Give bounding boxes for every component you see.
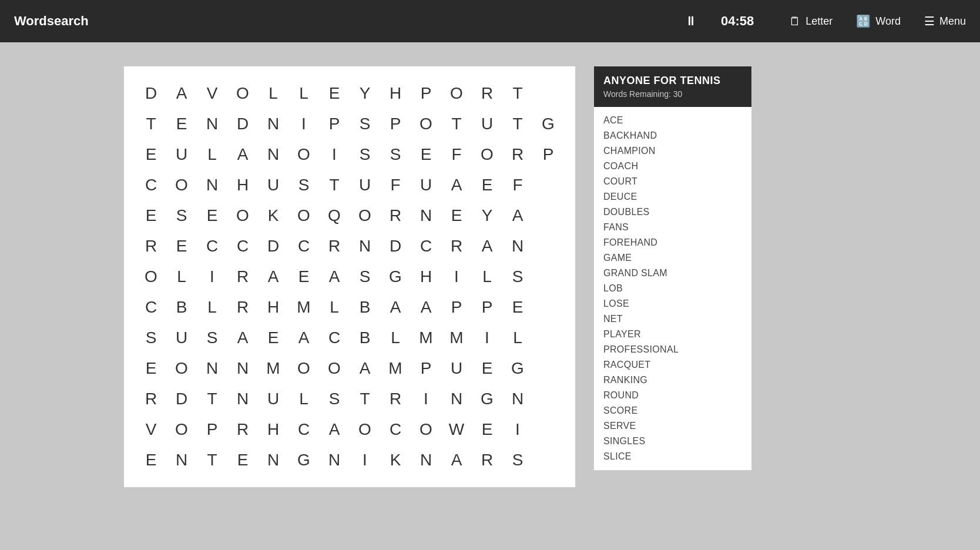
grid-cell[interactable]: O [288, 353, 319, 384]
menu-button[interactable]: ☰ Menu [924, 14, 966, 28]
grid-cell[interactable]: M [258, 353, 288, 384]
grid-cell[interactable]: R [136, 231, 166, 261]
grid-cell[interactable]: L [288, 384, 319, 414]
grid-cell[interactable]: E [411, 139, 441, 170]
grid-cell[interactable]: K [258, 200, 288, 231]
grid-cell[interactable]: G [472, 384, 502, 414]
grid-cell[interactable]: O [166, 414, 197, 445]
grid-cell[interactable]: E [136, 445, 166, 475]
grid-cell[interactable]: G [502, 353, 533, 384]
grid-cell[interactable]: D [166, 384, 197, 414]
grid-cell[interactable] [533, 170, 563, 200]
grid-cell[interactable]: N [258, 139, 288, 170]
grid-cell[interactable]: D [380, 231, 411, 261]
grid-cell[interactable]: B [350, 323, 380, 353]
grid-cell[interactable]: R [472, 445, 502, 475]
grid-cell[interactable]: T [136, 109, 166, 139]
grid-cell[interactable]: N [227, 353, 258, 384]
grid-cell[interactable]: S [197, 323, 227, 353]
grid-cell[interactable]: G [288, 445, 319, 475]
grid-cell[interactable]: N [350, 231, 380, 261]
word-button[interactable]: 🔠 Word [856, 14, 901, 28]
grid-cell[interactable]: K [380, 445, 411, 475]
grid-cell[interactable]: O [288, 139, 319, 170]
grid-cell[interactable]: I [411, 384, 441, 414]
grid-cell[interactable]: Y [472, 200, 502, 231]
grid-cell[interactable] [533, 414, 563, 445]
grid-cell[interactable]: Q [319, 200, 350, 231]
grid-cell[interactable]: N [166, 445, 197, 475]
grid-cell[interactable] [533, 445, 563, 475]
grid-cell[interactable]: R [227, 414, 258, 445]
grid-cell[interactable]: E [288, 261, 319, 292]
grid-cell[interactable]: E [197, 200, 227, 231]
grid-cell[interactable] [533, 353, 563, 384]
grid-cell[interactable]: P [319, 109, 350, 139]
grid-cell[interactable]: C [227, 231, 258, 261]
grid-cell[interactable]: I [441, 261, 472, 292]
grid-cell[interactable]: N [258, 445, 288, 475]
grid-cell[interactable]: A [380, 292, 411, 323]
grid-cell[interactable]: R [472, 78, 502, 109]
grid-cell[interactable]: R [441, 231, 472, 261]
grid-cell[interactable]: N [502, 231, 533, 261]
grid-cell[interactable]: A [441, 445, 472, 475]
grid-cell[interactable]: A [166, 78, 197, 109]
grid-cell[interactable]: U [350, 170, 380, 200]
grid-cell[interactable]: G [533, 109, 563, 139]
grid-cell[interactable]: F [502, 170, 533, 200]
grid-cell[interactable]: F [380, 170, 411, 200]
grid-cell[interactable]: O [136, 261, 166, 292]
grid-cell[interactable]: O [441, 78, 472, 109]
grid-cell[interactable] [533, 78, 563, 109]
grid-cell[interactable]: H [411, 261, 441, 292]
grid-cell[interactable]: L [380, 323, 411, 353]
grid-cell[interactable]: A [319, 414, 350, 445]
grid-cell[interactable]: T [350, 384, 380, 414]
grid-cell[interactable] [533, 261, 563, 292]
grid-cell[interactable]: C [288, 231, 319, 261]
grid-cell[interactable]: H [380, 78, 411, 109]
grid-cell[interactable]: R [136, 384, 166, 414]
grid-cell[interactable]: O [411, 109, 441, 139]
grid-cell[interactable]: E [258, 323, 288, 353]
grid-cell[interactable]: L [502, 323, 533, 353]
grid-cell[interactable]: A [472, 231, 502, 261]
grid-cell[interactable]: L [197, 292, 227, 323]
grid-cell[interactable]: N [197, 353, 227, 384]
grid-cell[interactable]: U [411, 170, 441, 200]
grid-cell[interactable]: G [380, 261, 411, 292]
grid-cell[interactable]: V [197, 78, 227, 109]
grid-cell[interactable]: A [502, 200, 533, 231]
grid-cell[interactable]: S [288, 170, 319, 200]
grid-cell[interactable]: I [197, 261, 227, 292]
grid-cell[interactable]: E [166, 109, 197, 139]
grid-cell[interactable]: R [227, 261, 258, 292]
grid-cell[interactable]: N [197, 170, 227, 200]
grid-cell[interactable]: O [227, 200, 258, 231]
grid-cell[interactable]: N [197, 109, 227, 139]
grid-cell[interactable]: P [380, 109, 411, 139]
grid-cell[interactable]: O [288, 200, 319, 231]
grid-cell[interactable]: A [288, 323, 319, 353]
grid-cell[interactable]: C [411, 231, 441, 261]
grid-cell[interactable]: O [166, 353, 197, 384]
grid-cell[interactable]: H [258, 414, 288, 445]
grid-cell[interactable]: T [197, 445, 227, 475]
grid-cell[interactable]: T [319, 170, 350, 200]
grid-cell[interactable]: L [288, 78, 319, 109]
grid-cell[interactable]: N [411, 445, 441, 475]
grid-cell[interactable]: A [227, 323, 258, 353]
grid-cell[interactable]: V [136, 414, 166, 445]
pause-button[interactable]: ⏸ [684, 14, 697, 29]
grid-cell[interactable]: E [166, 231, 197, 261]
grid-cell[interactable]: T [502, 109, 533, 139]
grid-cell[interactable] [533, 231, 563, 261]
grid-cell[interactable]: A [350, 353, 380, 384]
grid-cell[interactable]: U [166, 323, 197, 353]
grid-cell[interactable]: M [441, 323, 472, 353]
grid-cell[interactable] [533, 384, 563, 414]
grid-cell[interactable]: S [350, 261, 380, 292]
grid-cell[interactable]: Y [350, 78, 380, 109]
grid-cell[interactable]: P [472, 292, 502, 323]
